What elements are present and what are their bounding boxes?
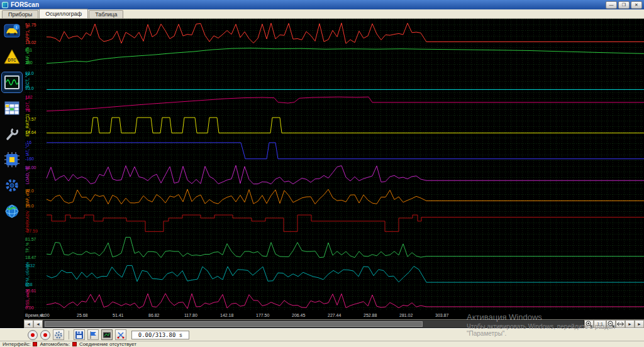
time-tick: 206.45	[292, 313, 305, 317]
tab-table[interactable]: Таблица	[89, 10, 123, 18]
tab-devices[interactable]: Приборы	[2, 10, 38, 18]
time-tick: 227.44	[328, 313, 341, 317]
channel-label: IAT, °C	[25, 143, 30, 156]
scroll-left-end-button[interactable]: ◄	[24, 320, 33, 328]
interface-status-icon	[33, 342, 37, 346]
zoom-in-icon	[585, 320, 593, 328]
time-tick: 25.68	[77, 313, 88, 317]
autoscale-icon	[103, 331, 111, 339]
tab-oscilloscope[interactable]: Осциллограф	[39, 9, 88, 18]
configuration-chip-icon	[4, 151, 20, 168]
save-floppy-icon	[75, 331, 84, 339]
time-tick: 142.18	[220, 313, 233, 317]
minimize-button[interactable]: —	[606, 1, 617, 9]
forscan-window: FORScan — ❐ ✕ Приборы Осциллограф Таблиц…	[0, 0, 644, 347]
time-readout: 0.00/313.80 s	[131, 331, 189, 339]
settings-gear-icon	[4, 177, 20, 194]
time-tick: 281.02	[399, 313, 413, 317]
oscilloscope-icon	[4, 74, 20, 91]
record-button[interactable]	[28, 330, 38, 340]
window-title: FORScan	[11, 1, 39, 8]
channel-label: 81.57	[25, 237, 36, 241]
zoom-in-button[interactable]	[584, 320, 594, 328]
sidebar-about-button[interactable]	[2, 201, 22, 221]
scrollbar-thumb[interactable]	[45, 321, 423, 327]
zoom-ratio-button[interactable]: 1:1	[594, 320, 606, 328]
sidebar-oscilloscope-button[interactable]	[2, 72, 22, 92]
sidebar-table-view-button[interactable]	[2, 98, 22, 118]
time-tick: 86.82	[148, 313, 160, 317]
sidebar-vehicle-info-button[interactable]: i	[2, 21, 22, 41]
zoom-out-button[interactable]	[606, 320, 616, 328]
scroll-left-button[interactable]: ◄	[33, 320, 43, 328]
gear-icon	[54, 331, 63, 339]
sidebar-configuration-button[interactable]	[2, 150, 22, 170]
scope-settings-button[interactable]	[53, 329, 64, 340]
channel-label: RPM, об/мин	[25, 262, 30, 287]
channel-label: LOAD, %	[25, 167, 30, 184]
channel-label: SPARKADV	[25, 210, 30, 233]
channel-label: 18.47	[25, 255, 36, 260]
channel-label: EQ_RAT_11	[25, 114, 30, 136]
channel-label: EOT, °C	[25, 96, 30, 111]
scrollbar-track[interactable]	[43, 320, 584, 328]
time-axis: Время,мс 0.0025.6851.4186.82117.80142.18…	[24, 311, 644, 319]
svg-text:DTC: DTC	[8, 58, 16, 62]
channel-label: APP1, %	[25, 25, 30, 41]
tab-bar: Приборы Осциллограф Таблица	[0, 9, 644, 19]
horizontal-scrollbar: ◄ ◄ 1:1	[24, 319, 644, 328]
vehicle-label: Автомобиль:	[40, 341, 70, 347]
scroll-right-button[interactable]: ►	[625, 320, 635, 328]
main-content: i DTC	[0, 19, 644, 328]
oscilloscope-canvas[interactable]: 51.7518.02APP1, %811380MAF, кг/ч93.093.0…	[24, 19, 644, 311]
sidebar-settings-button[interactable]	[2, 175, 22, 196]
channel-label: -160	[25, 157, 34, 161]
dtc-icon: DTC	[4, 48, 20, 65]
channel-label: MAP, кПа	[25, 189, 30, 206]
flag-icon	[89, 331, 97, 339]
vehicle-info-icon: i	[4, 23, 20, 39]
time-tick: 177.50	[256, 313, 269, 317]
sidebar-dtc-button[interactable]: DTC	[2, 47, 22, 67]
connection-status: Соединение отсутствует	[79, 341, 136, 347]
channel-label: ECT, °C	[25, 73, 30, 87]
service-wrench-icon	[4, 126, 20, 142]
time-tick: 117.80	[184, 313, 197, 317]
time-tick: 51.41	[113, 313, 124, 317]
statusbar: Интерфейс: Автомобиль: Соединение отсутс…	[0, 341, 644, 347]
titlebar: FORScan — ❐ ✕	[0, 0, 644, 9]
sidebar: i DTC	[0, 19, 24, 328]
time-tick: 303.87	[435, 313, 448, 317]
channel-label: MAF, кг/ч	[25, 47, 30, 64]
save-button[interactable]	[74, 329, 85, 340]
record-icon	[31, 333, 35, 337]
channel-label: TP, %	[25, 242, 30, 253]
app-logo-icon	[2, 2, 8, 8]
close-button[interactable]: ✕	[631, 1, 642, 9]
time-tick: 252.88	[364, 313, 377, 317]
channel-label: VSS, км/ч	[25, 289, 30, 307]
marker-flag-button[interactable]	[87, 329, 99, 340]
interface-label: Интерфейс:	[3, 341, 30, 347]
about-globe-icon	[4, 203, 20, 219]
zoom-out-icon	[607, 320, 615, 328]
maximize-button[interactable]: ❐	[618, 1, 630, 9]
bottom-toolbar: 0.00/313.80 s	[0, 328, 644, 341]
play-record-icon	[43, 333, 47, 337]
vehicle-status-icon	[72, 342, 77, 346]
scroll-right-end-button[interactable]: ►	[635, 320, 644, 328]
sidebar-service-button[interactable]	[2, 124, 22, 144]
time-tick: 0.00	[41, 313, 50, 317]
fit-width-icon	[616, 320, 625, 328]
oscilloscope-panel: 51.7518.02APP1, %811380MAF, кг/ч93.093.0…	[24, 19, 644, 328]
crop-button[interactable]	[115, 329, 126, 340]
zoom-fit-button[interactable]	[616, 320, 625, 328]
toolbar-separator	[69, 331, 69, 339]
play-button[interactable]	[40, 330, 50, 340]
table-view-icon	[4, 100, 20, 116]
autoscale-button[interactable]	[101, 329, 113, 340]
scissors-icon	[116, 331, 125, 339]
